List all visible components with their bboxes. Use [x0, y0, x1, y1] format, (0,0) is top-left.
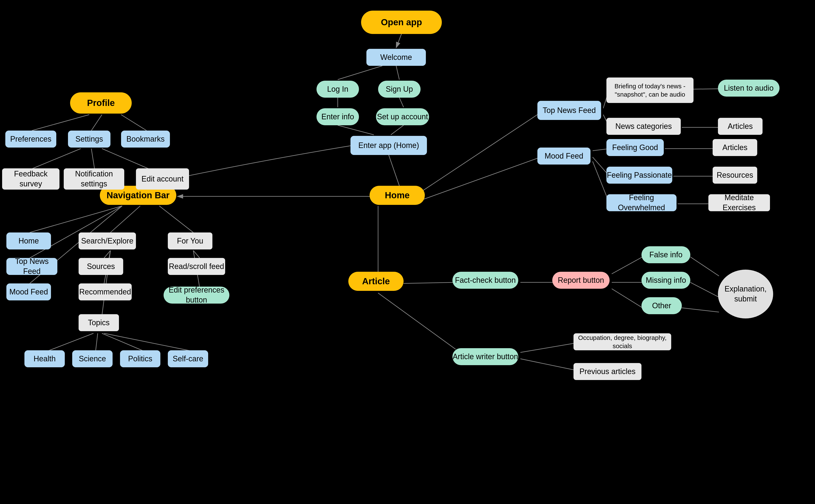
svg-line-37	[104, 333, 193, 351]
top-news-nav-node: Top News Feed	[6, 258, 57, 275]
meditate-label: Meditate Exercises	[708, 193, 770, 213]
preferences-node: Preferences	[5, 131, 56, 148]
edit-account-node: Edit account	[136, 168, 189, 190]
briefing-news-node: Briefing of today's news - "snapshot", c…	[607, 77, 694, 103]
health-label: Health	[34, 354, 56, 364]
open-app-label: Open app	[381, 17, 422, 28]
svg-line-6	[391, 125, 403, 135]
read-scroll-node: Read/scroll feed	[168, 258, 225, 275]
mood-feed-home-node: Mood Feed	[537, 148, 591, 165]
topics-label: Topics	[88, 318, 110, 328]
profile-label: Profile	[87, 97, 115, 109]
svg-line-51	[521, 359, 577, 370]
report-button-label: Report button	[558, 275, 604, 285]
prev-articles-node: Previous articles	[574, 363, 642, 380]
feeling-good-node: Feeling Good	[607, 139, 664, 156]
svg-line-15	[91, 149, 94, 169]
svg-line-2	[396, 66, 399, 80]
news-categories-label: News categories	[615, 121, 672, 131]
occupation-label: Occupation, degree, biography, socials	[574, 334, 671, 350]
svg-line-35	[96, 333, 98, 351]
svg-line-27	[30, 206, 122, 232]
top-news-nav-label: Top News Feed	[6, 256, 57, 276]
article-writer-node: Article writer button	[453, 348, 518, 365]
articles-good-label: Articles	[722, 143, 747, 153]
top-news-feed-label: Top News Feed	[543, 106, 596, 115]
home-label: Home	[385, 190, 410, 201]
briefing-news-label: Briefing of today's news - "snapshot", c…	[607, 82, 694, 99]
other-node: Other	[642, 297, 682, 314]
svg-line-31	[104, 251, 110, 258]
open-app-node: Open app	[361, 11, 442, 34]
signup-label: Sign Up	[386, 84, 413, 94]
article-node: Article	[348, 272, 403, 291]
sources-node: Sources	[79, 258, 123, 275]
meditate-node: Meditate Exercises	[708, 194, 770, 211]
svg-line-4	[399, 98, 403, 107]
article-label: Article	[362, 276, 390, 287]
svg-line-30	[110, 206, 140, 232]
svg-line-1	[338, 66, 382, 80]
enter-info-node: Enter info	[316, 108, 359, 125]
topics-node: Topics	[79, 314, 119, 331]
listen-audio-node: Listen to audio	[718, 80, 780, 97]
mood-feed-nav-label: Mood Feed	[9, 287, 48, 297]
svg-line-36	[102, 333, 144, 351]
false-info-node: False info	[642, 246, 690, 263]
feeling-overwhelmed-node: Feeling Overwhelmed	[607, 194, 677, 211]
top-news-feed-node: Top News Feed	[537, 101, 601, 120]
bookmarks-node: Bookmarks	[121, 131, 170, 148]
svg-line-41	[403, 282, 456, 283]
svg-line-50	[521, 343, 577, 352]
health-node: Health	[24, 350, 65, 367]
articles-top-label: Articles	[728, 121, 753, 131]
nav-bar-label: Navigation Bar	[107, 190, 169, 201]
svg-line-43	[612, 257, 643, 274]
svg-line-49	[378, 293, 456, 349]
svg-line-47	[690, 282, 719, 297]
home-node: Home	[369, 186, 425, 205]
welcome-node: Welcome	[366, 49, 426, 66]
missing-info-node: Missing info	[642, 272, 690, 289]
resources-node: Resources	[713, 167, 757, 184]
svg-line-9	[421, 113, 541, 192]
report-button-node: Report button	[552, 272, 610, 289]
login-label: Log In	[327, 84, 348, 94]
prev-articles-label: Previous articles	[580, 367, 636, 377]
feedback-label: Feedback survey	[2, 169, 59, 189]
search-explore-node: Search/Explore	[79, 232, 136, 249]
article-writer-label: Article writer button	[453, 352, 518, 362]
welcome-label: Welcome	[380, 52, 412, 62]
politics-label: Politics	[128, 354, 152, 364]
science-label: Science	[79, 354, 106, 364]
politics-node: Politics	[120, 350, 160, 367]
recommended-label: Recommended	[79, 287, 131, 297]
sources-label: Sources	[87, 262, 115, 272]
svg-line-16	[102, 149, 149, 169]
enter-info-label: Enter info	[321, 112, 354, 122]
preferences-label: Preferences	[10, 134, 51, 144]
svg-line-14	[32, 149, 81, 169]
svg-line-34	[47, 333, 93, 351]
svg-line-7	[389, 155, 399, 186]
bookmarks-label: Bookmarks	[126, 134, 165, 144]
svg-line-13	[121, 115, 146, 131]
resources-label: Resources	[717, 170, 753, 180]
mood-feed-home-label: Mood Feed	[545, 151, 583, 161]
svg-line-10	[423, 157, 541, 200]
other-label: Other	[652, 301, 671, 311]
setup-account-node: Set up account	[376, 108, 429, 125]
setup-account-label: Set up account	[377, 112, 428, 122]
settings-node: Settings	[68, 131, 110, 148]
signup-node: Sign Up	[378, 81, 421, 98]
notification-settings-node: Notification settings	[64, 168, 124, 190]
profile-node: Profile	[70, 92, 132, 114]
for-you-label: For You	[177, 236, 203, 246]
explanation-submit-label: Explanation, submit	[718, 284, 773, 304]
svg-line-28	[30, 206, 122, 258]
mood-feed-nav-node: Mood Feed	[6, 283, 51, 300]
login-node: Log In	[316, 81, 359, 98]
explanation-submit-node: Explanation, submit	[718, 270, 773, 318]
feedback-survey-node: Feedback survey	[2, 168, 59, 190]
svg-line-11	[32, 115, 89, 131]
